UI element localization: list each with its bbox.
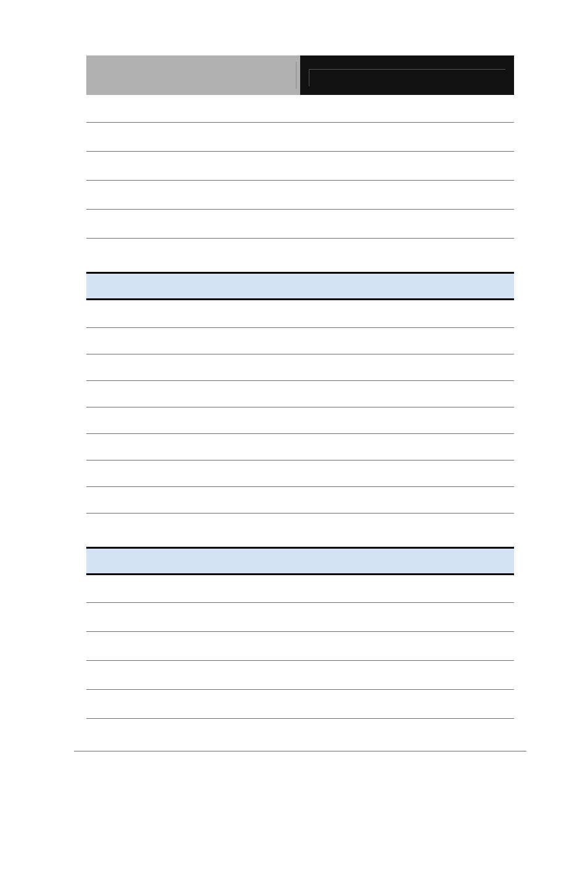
section3-rows bbox=[86, 602, 514, 719]
rule-line bbox=[86, 354, 514, 354]
rule-line bbox=[86, 238, 514, 239]
rule-line bbox=[86, 180, 514, 181]
tab-right-inner-top-line bbox=[309, 69, 505, 70]
rule-line bbox=[86, 718, 514, 719]
rule-line bbox=[86, 631, 514, 632]
rule-line bbox=[86, 433, 514, 434]
rule-line bbox=[86, 513, 514, 514]
rule-line bbox=[86, 407, 514, 407]
tabs bbox=[86, 55, 514, 95]
footer-line bbox=[74, 751, 526, 751]
rule-line bbox=[86, 151, 514, 152]
rule-line bbox=[86, 460, 514, 460]
rule-line bbox=[86, 486, 514, 487]
tab-right[interactable] bbox=[300, 55, 514, 95]
section2-header bbox=[86, 272, 514, 300]
section3-header bbox=[86, 547, 514, 575]
tab-right-inner-left-line bbox=[309, 69, 309, 86]
page bbox=[0, 0, 588, 884]
rule-line bbox=[86, 689, 514, 690]
rule-line bbox=[86, 380, 514, 381]
rule-line bbox=[86, 122, 514, 123]
tab-left[interactable] bbox=[86, 55, 300, 95]
rule-line bbox=[86, 602, 514, 603]
section2-rows bbox=[86, 327, 514, 514]
rule-line bbox=[86, 327, 514, 328]
section1-rows bbox=[86, 122, 514, 239]
rule-line bbox=[86, 209, 514, 210]
rule-line bbox=[86, 660, 514, 661]
